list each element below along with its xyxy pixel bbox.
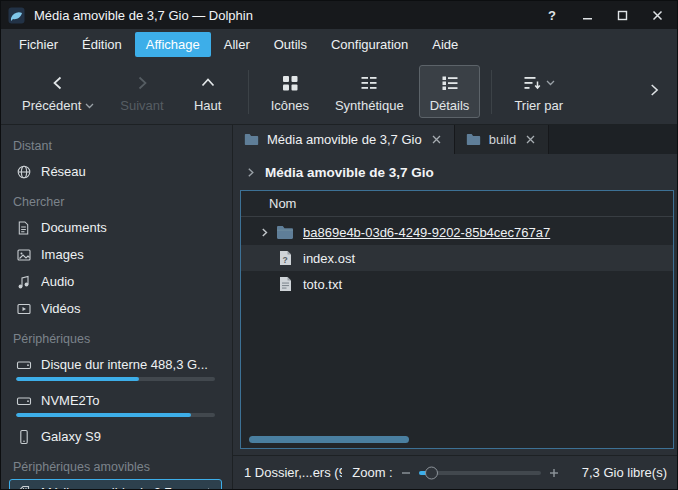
help-button[interactable]: ? bbox=[539, 5, 565, 25]
close-button[interactable] bbox=[644, 5, 670, 25]
zoom-slider[interactable] bbox=[419, 471, 541, 475]
phone-icon bbox=[15, 429, 32, 445]
details-view-button[interactable]: Détails bbox=[419, 65, 481, 118]
toolbar-separator bbox=[491, 70, 492, 114]
icons-view-button[interactable]: Icônes bbox=[260, 65, 320, 118]
folder-icon bbox=[244, 133, 259, 146]
sidebar-item-images[interactable]: Images bbox=[9, 241, 222, 268]
section-chercher: Chercher bbox=[9, 185, 222, 214]
video-icon bbox=[15, 301, 32, 317]
sidebar-item-label: Images bbox=[41, 247, 216, 262]
sort-by-label: Trier par bbox=[514, 98, 563, 113]
close-tab-icon[interactable] bbox=[430, 133, 443, 146]
forward-button[interactable]: Suivant bbox=[109, 65, 174, 118]
sort-icon bbox=[522, 73, 542, 93]
file-name: toto.txt bbox=[303, 277, 342, 292]
sidebar-item-disque-dur-interne[interactable]: Disque dur interne 488,3 G... bbox=[9, 351, 222, 387]
sidebar-item-galaxy-s9[interactable]: Galaxy S9 bbox=[9, 423, 222, 450]
expand-arrow-icon[interactable] bbox=[253, 227, 275, 238]
sidebar-item-label: Audio bbox=[41, 274, 216, 289]
places-panel: Distant Réseau Chercher Documents bbox=[1, 125, 233, 489]
minimize-button[interactable] bbox=[574, 5, 600, 25]
tab-label: build bbox=[489, 132, 516, 147]
eject-icon[interactable] bbox=[201, 485, 216, 489]
title-bar: Média amovible de 3,7 Gio — Dolphin ? bbox=[1, 1, 677, 29]
folder-icon bbox=[466, 133, 481, 146]
audio-icon bbox=[15, 274, 32, 290]
sidebar-item-videos[interactable]: Vidéos bbox=[9, 295, 222, 322]
scrollbar-thumb[interactable] bbox=[249, 436, 409, 443]
maximize-button[interactable] bbox=[609, 5, 635, 25]
chevron-up-icon bbox=[198, 72, 218, 93]
menu-edition[interactable]: Édition bbox=[71, 32, 133, 57]
details-view-icon bbox=[440, 72, 460, 93]
app-icon bbox=[8, 7, 25, 24]
close-tab-icon[interactable] bbox=[524, 133, 537, 146]
tab-label: Média amovible de 3,7 Gio bbox=[267, 132, 422, 147]
horizontal-scrollbar[interactable] bbox=[249, 436, 665, 443]
chevron-down-icon bbox=[85, 103, 94, 109]
back-button[interactable]: Précédent bbox=[11, 65, 105, 118]
zoom-label: Zoom : bbox=[352, 465, 392, 480]
sidebar-item-label: Média amovible de 3,7 ... bbox=[41, 485, 192, 489]
sidebar-item-nvme2to[interactable]: NVME2To bbox=[9, 387, 222, 423]
window-title: Média amovible de 3,7 Gio — Dolphin bbox=[34, 8, 253, 23]
toolbar-separator bbox=[248, 70, 249, 114]
compact-view-icon bbox=[359, 72, 379, 93]
file-view: Nom ba869e4b-03d6-4249-9202-85b4cec767a7 bbox=[240, 190, 674, 449]
zoom-out-icon[interactable] bbox=[401, 468, 411, 478]
menu-affichage[interactable]: Affichage bbox=[135, 32, 211, 57]
column-header-nom[interactable]: Nom bbox=[241, 191, 673, 217]
file-row-folder[interactable]: ba869e4b-03d6-4249-9202-85b4cec767a7 bbox=[241, 219, 673, 245]
section-peripheriques-amovibles: Périphériques amovibles bbox=[9, 450, 222, 479]
unknown-file-icon: ? bbox=[275, 250, 295, 266]
sort-by-button[interactable]: Trier par bbox=[503, 65, 574, 118]
breadcrumb: Média amovible de 3,7 Gio bbox=[233, 154, 677, 190]
tabbar-empty-area bbox=[549, 125, 677, 154]
forward-label: Suivant bbox=[120, 98, 163, 113]
text-file-icon bbox=[275, 276, 295, 292]
sidebar-item-documents[interactable]: Documents bbox=[9, 214, 222, 241]
network-icon bbox=[15, 164, 32, 180]
svg-text:?: ? bbox=[282, 255, 287, 265]
file-name: ba869e4b-03d6-4249-9202-85b4cec767a7 bbox=[303, 225, 550, 240]
file-row-toto-txt[interactable]: toto.txt bbox=[241, 271, 673, 297]
breadcrumb-current-folder[interactable]: Média amovible de 3,7 Gio bbox=[265, 165, 434, 180]
file-row-index-ost[interactable]: ? index.ost bbox=[241, 245, 673, 271]
sidebar-item-audio[interactable]: Audio bbox=[9, 268, 222, 295]
tab-bar: Média amovible de 3,7 Gio build bbox=[233, 125, 677, 154]
menu-fichier[interactable]: Fichier bbox=[8, 32, 69, 57]
chevron-down-icon bbox=[546, 80, 555, 86]
column-header-label: Nom bbox=[269, 196, 296, 211]
compact-view-button[interactable]: Synthétique bbox=[324, 65, 415, 118]
tab-build[interactable]: build bbox=[455, 125, 549, 154]
sidebar-item-media-amovible[interactable]: Média amovible de 3,7 ... bbox=[9, 479, 222, 489]
status-bar: 1 Dossier,...ers (99 o) Zoom : bbox=[233, 455, 677, 489]
menu-aller[interactable]: Aller bbox=[213, 32, 261, 57]
sidebar-item-reseau[interactable]: Réseau bbox=[9, 158, 222, 185]
toolbar-overflow-button[interactable] bbox=[641, 77, 667, 106]
zoom-in-icon[interactable] bbox=[549, 468, 559, 478]
zoom-slider-handle[interactable] bbox=[425, 466, 438, 479]
up-button[interactable]: Haut bbox=[179, 65, 237, 118]
hard-drive-icon bbox=[15, 393, 32, 409]
main-toolbar: Précédent Suivant Haut Icônes bbox=[1, 59, 677, 125]
zoom-slider-fill bbox=[419, 471, 431, 475]
document-icon bbox=[15, 220, 32, 236]
menu-outils[interactable]: Outils bbox=[263, 32, 318, 57]
sidebar-item-label: Vidéos bbox=[41, 301, 216, 316]
capacity-bar bbox=[16, 413, 215, 417]
menu-configuration[interactable]: Configuration bbox=[320, 32, 419, 57]
tab-media-amovible[interactable]: Média amovible de 3,7 Gio bbox=[233, 125, 455, 154]
hard-drive-icon bbox=[15, 357, 32, 373]
menu-aide[interactable]: Aide bbox=[421, 32, 469, 57]
removable-media-icon bbox=[15, 485, 32, 490]
file-name: index.ost bbox=[303, 251, 355, 266]
icons-view-icon bbox=[280, 72, 300, 93]
chevron-right-icon bbox=[132, 72, 152, 93]
image-icon bbox=[15, 247, 32, 263]
section-peripheriques: Périphériques bbox=[9, 322, 222, 351]
section-distant: Distant bbox=[9, 129, 222, 158]
capacity-bar-fill bbox=[16, 413, 191, 417]
chevron-right-icon[interactable] bbox=[245, 167, 256, 178]
